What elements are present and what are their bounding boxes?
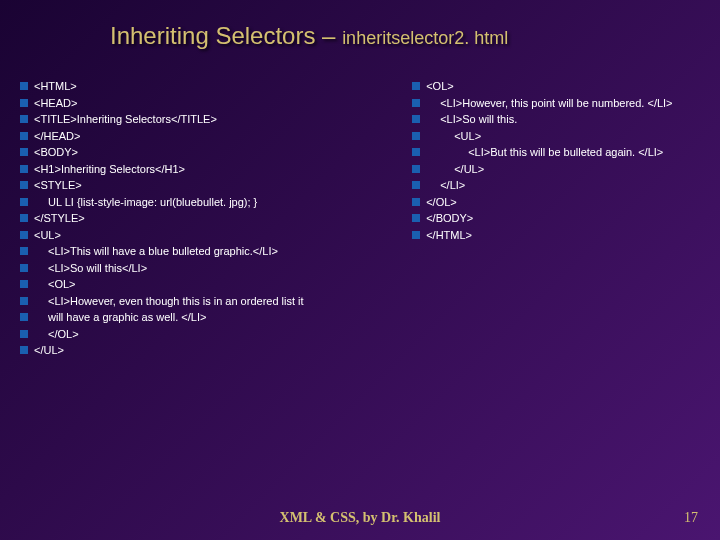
- bullet-icon: [20, 148, 28, 156]
- code-text: </STYLE>: [34, 210, 85, 227]
- code-line: <HEAD>: [20, 95, 394, 112]
- bullet-icon: [412, 99, 420, 107]
- bullet-icon: [412, 231, 420, 239]
- bullet-icon: [20, 82, 28, 90]
- title-sub: inheritselector2. html: [342, 28, 508, 48]
- bullet-icon: [20, 264, 28, 272]
- code-text: </OL>: [34, 326, 79, 343]
- code-line: </STYLE>: [20, 210, 394, 227]
- code-text: </UL>: [34, 342, 64, 359]
- code-line: <TITLE>Inheriting Selectors</TITLE>: [20, 111, 394, 128]
- code-line: </OL>: [20, 326, 394, 343]
- code-line: <BODY>: [20, 144, 394, 161]
- slide-title: Inheriting Selectors – inheritselector2.…: [0, 0, 720, 50]
- bullet-icon: [412, 214, 420, 222]
- bullet-icon: [20, 330, 28, 338]
- bullet-icon: [20, 132, 28, 140]
- code-text: </BODY>: [426, 210, 473, 227]
- code-text: <LI>But this will be bulleted again. </L…: [426, 144, 663, 161]
- code-line: <LI>But this will be bulleted again. </L…: [412, 144, 700, 161]
- code-text: <OL>: [426, 78, 454, 95]
- bullet-icon: [20, 231, 28, 239]
- page-number: 17: [684, 510, 698, 526]
- footer-text: XML & CSS, by Dr. Khalil: [0, 510, 720, 526]
- code-line: </UL>: [412, 161, 700, 178]
- code-line: <HTML>: [20, 78, 394, 95]
- bullet-icon: [20, 280, 28, 288]
- code-line: </HEAD>: [20, 128, 394, 145]
- code-text: <BODY>: [34, 144, 78, 161]
- bullet-icon: [20, 297, 28, 305]
- bullet-icon: [20, 115, 28, 123]
- slide-content: <HTML><HEAD><TITLE>Inheriting Selectors<…: [0, 50, 720, 359]
- bullet-icon: [20, 247, 28, 255]
- code-text: <H1>Inheriting Selectors</H1>: [34, 161, 185, 178]
- code-text: </UL>: [426, 161, 484, 178]
- code-line: <LI>However, this point will be numbered…: [412, 95, 700, 112]
- bullet-icon: [412, 181, 420, 189]
- code-text: will have a graphic as well. </LI>: [34, 309, 206, 326]
- code-column-left: <HTML><HEAD><TITLE>Inheriting Selectors<…: [20, 78, 394, 359]
- bullet-icon: [20, 346, 28, 354]
- code-line: <STYLE>: [20, 177, 394, 194]
- code-text: <LI>However, this point will be numbered…: [426, 95, 672, 112]
- code-text: <LI>This will have a blue bulleted graph…: [34, 243, 278, 260]
- code-line: <UL>: [412, 128, 700, 145]
- code-text: </HTML>: [426, 227, 472, 244]
- code-text: <LI>However, even though this is in an o…: [34, 293, 304, 310]
- bullet-icon: [412, 132, 420, 140]
- code-line: <LI>However, even though this is in an o…: [20, 293, 394, 310]
- code-line: <H1>Inheriting Selectors</H1>: [20, 161, 394, 178]
- code-line: </UL>: [20, 342, 394, 359]
- code-text: <HEAD>: [34, 95, 77, 112]
- code-text: <UL>: [426, 128, 481, 145]
- code-line: </OL>: [412, 194, 700, 211]
- code-line: <OL>: [20, 276, 394, 293]
- bullet-icon: [20, 181, 28, 189]
- bullet-icon: [20, 198, 28, 206]
- code-text: </LI>: [426, 177, 465, 194]
- code-text: <LI>So will this</LI>: [34, 260, 147, 277]
- code-line: </BODY>: [412, 210, 700, 227]
- code-text: </OL>: [426, 194, 457, 211]
- code-text: <LI>So will this.: [426, 111, 517, 128]
- bullet-icon: [412, 198, 420, 206]
- code-line: <OL>: [412, 78, 700, 95]
- code-line: <LI>So will this.: [412, 111, 700, 128]
- code-line: <UL>: [20, 227, 394, 244]
- code-line: <LI>So will this</LI>: [20, 260, 394, 277]
- bullet-icon: [20, 313, 28, 321]
- code-line: UL LI {list-style-image: url(bluebullet.…: [20, 194, 394, 211]
- code-column-right: <OL><LI>However, this point will be numb…: [404, 78, 700, 359]
- code-text: <OL>: [34, 276, 76, 293]
- code-line: </LI>: [412, 177, 700, 194]
- code-text: <TITLE>Inheriting Selectors</TITLE>: [34, 111, 217, 128]
- bullet-icon: [412, 148, 420, 156]
- code-text: <HTML>: [34, 78, 77, 95]
- code-text: <STYLE>: [34, 177, 82, 194]
- code-text: UL LI {list-style-image: url(bluebullet.…: [34, 194, 257, 211]
- code-text: <UL>: [34, 227, 61, 244]
- code-line: will have a graphic as well. </LI>: [20, 309, 394, 326]
- bullet-icon: [412, 115, 420, 123]
- title-main: Inheriting Selectors –: [110, 22, 342, 49]
- bullet-icon: [412, 165, 420, 173]
- code-line: <LI>This will have a blue bulleted graph…: [20, 243, 394, 260]
- bullet-icon: [412, 82, 420, 90]
- bullet-icon: [20, 165, 28, 173]
- code-line: </HTML>: [412, 227, 700, 244]
- code-text: </HEAD>: [34, 128, 80, 145]
- bullet-icon: [20, 214, 28, 222]
- bullet-icon: [20, 99, 28, 107]
